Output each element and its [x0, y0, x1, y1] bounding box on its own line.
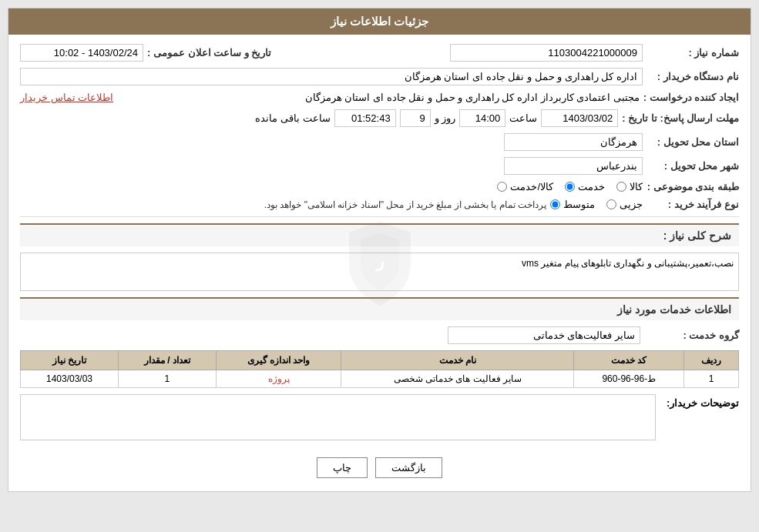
table-cell-2: سایر فعالیت های خدماتی شخصی	[341, 370, 574, 388]
col-row-num: ردیف	[684, 351, 739, 370]
deadline-remaining: 01:52:43	[334, 109, 396, 127]
need-desc-section-title: شرح کلی نیاز :	[20, 223, 739, 246]
need-number-label: شماره نیاز :	[646, 47, 739, 59]
deadline-date: 1403/03/02	[541, 109, 618, 127]
deadline-day-label: روز و	[435, 112, 456, 124]
page-title: جزئیات اطلاعات نیاز	[331, 15, 428, 28]
service-group-row: گروه خدمت : سایر فعالیت‌های خدماتی	[20, 326, 739, 344]
table-row: 1ط-96-96-960سایر فعالیت های خدماتی شخصیپ…	[21, 370, 739, 388]
category-kala-khedmat-label: کالا/خدمت	[510, 181, 553, 192]
process-jozyi-label: جزیی	[620, 199, 643, 210]
category-option-khedmat[interactable]: خدمت	[565, 181, 605, 192]
col-service-name: نام خدمت	[341, 351, 574, 370]
province-row: استان محل تحویل : هرمزگان	[20, 133, 739, 151]
process-radio-group: متوسط جزیی	[550, 199, 643, 210]
category-radio-group: کالا/خدمت خدمت کالا	[497, 181, 643, 192]
process-label: نوع فرآیند خرید :	[646, 199, 739, 210]
creator-label: ایجاد کننده درخواست :	[643, 92, 739, 103]
category-option-kala-khedmat[interactable]: کالا/خدمت	[497, 181, 553, 192]
province-value: هرمزگان	[504, 133, 643, 151]
org-name-row: نام دستگاه خریدار : اداره کل راهداری و ح…	[20, 68, 739, 85]
city-label: شهر محل تحویل :	[646, 160, 739, 172]
category-row: طبقه بندی موضوعی : کالا/خدمت خدمت کالا	[20, 181, 739, 192]
col-date: تاریخ نیاز	[21, 351, 119, 370]
page-header: جزئیات اطلاعات نیاز	[8, 8, 751, 35]
services-section-title: اطلاعات خدمات مورد نیاز	[20, 297, 739, 320]
process-motavaset-label: متوسط	[563, 199, 595, 210]
buyer-desc-label: توضیحات خریدار:	[662, 394, 739, 409]
table-cell-5: 1403/03/03	[21, 370, 119, 388]
need-number-row: شماره نیاز : 1103004221000009 تاریخ و سا…	[20, 44, 739, 62]
category-option-kala[interactable]: کالا	[616, 181, 643, 192]
buyer-desc-box	[20, 394, 656, 440]
process-radio-motavaset[interactable]	[550, 199, 560, 209]
services-table: ردیف کد خدمت نام خدمت واحد اندازه گیری ت…	[20, 350, 739, 388]
category-label: طبقه بندی موضوعی :	[646, 181, 739, 192]
service-group-label: گروه خدمت :	[646, 330, 739, 341]
deadline-time: 14:00	[459, 109, 505, 127]
need-desc-label: شرح کلی نیاز :	[663, 229, 731, 242]
print-button[interactable]: چاپ	[317, 457, 368, 478]
deadline-row: مهلت ارسال پاسخ: تا تاریخ : 1403/03/02 س…	[20, 109, 739, 127]
need-number-value: 1103004221000009	[450, 44, 643, 62]
footer-buttons: بازگشت چاپ	[20, 450, 739, 482]
process-note: پرداخت تمام یا بخشی از مبلغ خرید از محل …	[264, 199, 546, 210]
announce-value: 1403/02/24 - 10:02	[20, 44, 143, 62]
creator-value: مجتبی اعتمادی کاربرداز اداره کل راهداری …	[117, 92, 640, 103]
col-unit: واحد اندازه گیری	[216, 351, 341, 370]
deadline-days: 9	[400, 109, 431, 127]
category-radio-kala[interactable]	[616, 182, 626, 192]
creator-row: ایجاد کننده درخواست : مجتبی اعتمادی کارب…	[20, 92, 739, 103]
city-value: بندرعباس	[504, 157, 643, 175]
creator-link[interactable]: اطلاعات تماس خریدار	[20, 92, 113, 103]
org-name-value: اداره کل راهداری و حمل و نقل جاده ای است…	[20, 68, 643, 85]
deadline-label: مهلت ارسال پاسخ: تا تاریخ :	[622, 112, 739, 124]
process-option-motavaset[interactable]: متوسط	[550, 199, 595, 210]
back-button[interactable]: بازگشت	[375, 457, 442, 478]
table-cell-3: پروژه	[216, 370, 341, 388]
need-desc-box: نصب،تعمیر،پشتیبانی و نگهداری تابلوهای پی…	[20, 253, 739, 291]
table-cell-0: 1	[684, 370, 739, 388]
process-option-jozyi[interactable]: جزیی	[606, 199, 643, 210]
category-radio-kala-khedmat[interactable]	[497, 182, 507, 192]
buyer-desc-row: توضیحات خریدار:	[20, 394, 739, 440]
announce-label: تاریخ و ساعت اعلان عمومی :	[147, 47, 271, 59]
process-row: نوع فرآیند خرید : متوسط جزیی پرداخت تمام…	[20, 199, 739, 210]
table-cell-1: ط-96-96-960	[574, 370, 684, 388]
col-service-code: کد خدمت	[574, 351, 684, 370]
deadline-remaining-label: ساعت باقی مانده	[255, 112, 330, 124]
table-cell-4: 1	[118, 370, 216, 388]
col-quantity: تعداد / مقدار	[118, 351, 216, 370]
org-name-label: نام دستگاه خریدار :	[646, 71, 739, 82]
city-row: شهر محل تحویل : بندرعباس	[20, 157, 739, 175]
service-group-value: سایر فعالیت‌های خدماتی	[448, 326, 640, 344]
deadline-time-label: ساعت	[509, 112, 537, 124]
category-khedmat-label: خدمت	[578, 181, 605, 192]
process-radio-jozyi[interactable]	[606, 199, 616, 209]
category-radio-khedmat[interactable]	[565, 182, 575, 192]
province-label: استان محل تحویل :	[646, 136, 739, 148]
category-kala-label: کالا	[630, 181, 643, 192]
